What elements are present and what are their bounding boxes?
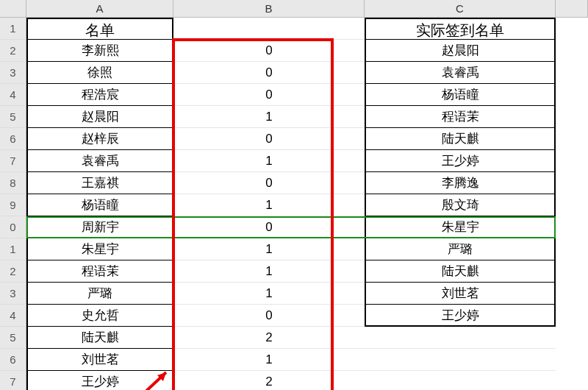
row-header[interactable]: 7 <box>0 150 26 172</box>
table-row: 6 赵梓辰 0 陆天麒 <box>0 128 588 150</box>
cell-b[interactable]: 1 <box>173 106 365 128</box>
table-row: 7 袁睿禹 1 王少婷 <box>0 150 588 172</box>
table-row: 3 徐照 0 袁睿禹 <box>0 62 588 84</box>
cell-b[interactable]: 0 <box>173 305 365 327</box>
cell-c[interactable]: 陆天麒 <box>365 260 556 283</box>
cell-b[interactable]: 2 <box>173 327 365 349</box>
table-row: 5 赵晨阳 1 程语茉 <box>0 106 588 128</box>
cell-a[interactable]: 刘世茗 <box>26 349 173 371</box>
cell-b[interactable]: 0 <box>173 62 365 84</box>
cell-a[interactable]: 朱星宇 <box>26 238 173 260</box>
col-header-a[interactable]: A <box>26 0 173 17</box>
cell-c[interactable]: 程语茉 <box>365 106 556 128</box>
row-header[interactable]: 5 <box>0 106 26 128</box>
cell-a[interactable]: 袁睿禹 <box>26 150 173 172</box>
table-row: 0 周新宇 0 朱星宇 <box>0 216 588 238</box>
cell-c[interactable]: 李腾逸 <box>365 172 556 194</box>
cell-b[interactable]: 1 <box>173 349 365 371</box>
row-header[interactable]: 6 <box>0 128 26 150</box>
cell-b[interactable]: 1 <box>173 150 365 172</box>
cell-a[interactable]: 周新宇 <box>26 216 173 238</box>
cell-a[interactable]: 李新熙 <box>26 40 173 62</box>
table-row: 9 杨语瞳 1 殷文琦 <box>0 194 588 216</box>
row-header[interactable]: 4 <box>0 84 26 106</box>
spreadsheet: A B C 1 名单 实际签到名单 2 李新熙 0 赵晨阳 3 徐照 0 袁睿禹… <box>0 0 588 390</box>
row-header[interactable]: 5 <box>0 327 26 349</box>
cell-c[interactable] <box>365 349 556 371</box>
row-header[interactable]: 2 <box>0 260 26 283</box>
row-header[interactable]: 1 <box>0 238 26 260</box>
cell-a[interactable]: 赵梓辰 <box>26 128 173 150</box>
cell-a[interactable]: 王少婷 <box>26 371 173 390</box>
cell-a[interactable]: 陆天麒 <box>26 327 173 349</box>
row-header[interactable]: 0 <box>0 216 26 238</box>
cell-b[interactable]: 0 <box>173 84 365 106</box>
cell-b[interactable]: 1 <box>173 238 365 260</box>
cell-c[interactable]: 陆天麒 <box>365 128 556 150</box>
col-header-rest <box>556 0 588 17</box>
table-row: 5 陆天麒 2 <box>0 327 588 349</box>
cell-a[interactable]: 严璐 <box>26 283 173 305</box>
cell-b[interactable]: 0 <box>173 40 365 62</box>
row-header[interactable]: 3 <box>0 62 26 84</box>
cell-c[interactable]: 殷文琦 <box>365 194 556 216</box>
row-header[interactable]: 2 <box>0 40 26 62</box>
col-header-c[interactable]: C <box>365 0 556 17</box>
cell-c[interactable]: 朱星宇 <box>365 216 556 238</box>
cell-b[interactable]: 0 <box>173 128 365 150</box>
table-row: 1 朱星宇 1 严璐 <box>0 238 588 260</box>
row-header[interactable]: 8 <box>0 172 26 194</box>
column-headers: A B C <box>0 0 588 18</box>
col-header-b[interactable]: B <box>173 0 365 17</box>
cell-a[interactable]: 徐照 <box>26 62 173 84</box>
table-row: 4 程浩宸 0 杨语瞳 <box>0 84 588 106</box>
cell-b[interactable]: 1 <box>173 194 365 216</box>
cell-a[interactable]: 程语茉 <box>26 260 173 283</box>
row-header[interactable]: 4 <box>0 305 26 327</box>
row-header[interactable]: 7 <box>0 371 26 390</box>
grid-body: 1 名单 实际签到名单 2 李新熙 0 赵晨阳 3 徐照 0 袁睿禹 4 程浩宸… <box>0 18 588 390</box>
table-row: 7 王少婷 2 <box>0 371 588 390</box>
row-header[interactable]: 6 <box>0 349 26 371</box>
cell-c[interactable] <box>365 327 556 349</box>
cell-c[interactable]: 王少婷 <box>365 305 556 327</box>
cell-a[interactable]: 赵晨阳 <box>26 106 173 128</box>
table-row: 8 王嘉祺 0 李腾逸 <box>0 172 588 194</box>
row-header[interactable]: 1 <box>0 18 26 40</box>
cell-a[interactable]: 杨语瞳 <box>26 194 173 216</box>
cell-a[interactable]: 王嘉祺 <box>26 172 173 194</box>
cell-b[interactable]: 2 <box>173 371 365 390</box>
cell-b[interactable]: 0 <box>173 172 365 194</box>
cell-c[interactable]: 刘世茗 <box>365 283 556 305</box>
cell-b[interactable]: 1 <box>173 283 365 305</box>
cell-c-header[interactable]: 实际签到名单 <box>365 18 556 40</box>
table-row: 2 李新熙 0 赵晨阳 <box>0 40 588 62</box>
cell-c[interactable] <box>365 371 556 390</box>
cell-b[interactable]: 1 <box>173 260 365 283</box>
cell-c[interactable]: 杨语瞳 <box>365 84 556 106</box>
cell-b1[interactable] <box>173 18 365 40</box>
row-header[interactable]: 3 <box>0 283 26 305</box>
table-row: 2 程语茉 1 陆天麒 <box>0 260 588 283</box>
cell-c[interactable]: 袁睿禹 <box>365 62 556 84</box>
table-row: 3 严璐 1 刘世茗 <box>0 283 588 305</box>
cell-c[interactable]: 严璐 <box>365 238 556 260</box>
cell-a[interactable]: 史允哲 <box>26 305 173 327</box>
cell-a[interactable]: 程浩宸 <box>26 84 173 106</box>
cell-c[interactable]: 赵晨阳 <box>365 40 556 62</box>
cell-c[interactable]: 王少婷 <box>365 150 556 172</box>
row-header[interactable]: 9 <box>0 194 26 216</box>
cell-a-header[interactable]: 名单 <box>26 18 173 40</box>
corner-cell[interactable] <box>0 0 26 17</box>
table-row: 1 名单 实际签到名单 <box>0 18 588 40</box>
table-row: 4 史允哲 0 王少婷 <box>0 305 588 327</box>
cell-b[interactable]: 0 <box>173 216 365 238</box>
table-row: 6 刘世茗 1 <box>0 349 588 371</box>
